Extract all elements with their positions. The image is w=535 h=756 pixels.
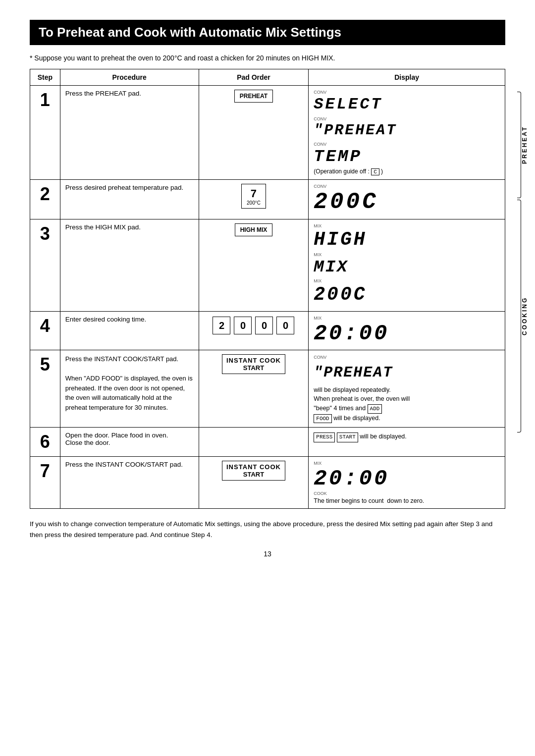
procedure-cell: Press the INSTANT COOK/START pad.: [60, 457, 199, 509]
step-number: 3: [30, 219, 60, 312]
table-row: 5 Press the INSTANT COOK/START pad. When…: [30, 350, 505, 428]
display-cell: MIX 20:00: [309, 312, 505, 350]
step-number: 7: [30, 457, 60, 509]
table-row: 6 Open the door. Place food in oven.Clos…: [30, 428, 505, 457]
header-step: Step: [30, 69, 60, 86]
table-row: 2 Press desired preheat temperature pad.…: [30, 180, 505, 219]
page-title: To Preheat and Cook with Automatic Mix S…: [30, 20, 505, 45]
procedure-cell: Press the HIGH MIX pad.: [60, 219, 199, 312]
display-cell: CONV SELECT CONV "PREHEAT CONV TEMP (Ope…: [309, 86, 505, 180]
subtitle: * Suppose you want to preheat the oven t…: [30, 54, 505, 62]
step-number: 2: [30, 180, 60, 219]
header-display: Display: [309, 69, 505, 86]
operation-guide: (Operation guide off : C ): [314, 168, 500, 175]
procedure-cell: Press the PREHEAT pad.: [60, 86, 199, 180]
pad-order-cell: INSTANT COOK START: [199, 350, 309, 428]
pad-order-cell: 7 200°C: [199, 180, 309, 219]
num-pad-0a[interactable]: 0: [234, 317, 252, 334]
pad-order-cell: 2 0 0 0: [199, 312, 309, 350]
step-number: 6: [30, 428, 60, 457]
num-pad-0c[interactable]: 0: [276, 317, 294, 334]
step-number: 5: [30, 350, 60, 428]
display-cell: CONV "PREHEAT will be displayed repeated…: [309, 350, 505, 428]
header-procedure: Procedure: [60, 69, 199, 86]
preheat-pad[interactable]: PREHEAT: [234, 90, 273, 103]
instant-cook-start-pad-5[interactable]: INSTANT COOK START: [222, 354, 285, 374]
step-number: 1: [30, 86, 60, 180]
display-cell: PRESS START will be displayed.: [309, 428, 505, 457]
pad-order-cell: PREHEAT: [199, 86, 309, 180]
table-row: 4 Enter desired cooking time. 2 0 0 0 MI…: [30, 312, 505, 350]
step-number: 4: [30, 312, 60, 350]
pad-order-cell: INSTANT COOK START: [199, 457, 309, 509]
table-row: 1 Press the PREHEAT pad. PREHEAT CONV SE…: [30, 86, 505, 180]
procedure-cell: Press the INSTANT COOK/START pad. When "…: [60, 350, 199, 428]
display-cell: CONV 200C: [309, 180, 505, 219]
procedure-cell: Enter desired cooking time.: [60, 312, 199, 350]
num-pad-2[interactable]: 2: [213, 317, 230, 334]
procedure-cell: Open the door. Place food in oven.Close …: [60, 428, 199, 457]
num-pad-0b[interactable]: 0: [255, 317, 273, 334]
footer-note: If you wish to change convection tempera…: [30, 519, 505, 540]
instant-cook-start-pad-7[interactable]: INSTANT COOK START: [222, 461, 285, 481]
table-row: 7 Press the INSTANT COOK/START pad. INST…: [30, 457, 505, 509]
display-cell: MIX HIGH MIX MIX MIX 200C: [309, 219, 505, 312]
display-cell: MIX 20:00 COOK The timer begins to count…: [309, 457, 505, 509]
header-pad-order: Pad Order: [199, 69, 309, 86]
table-row: 3 Press the HIGH MIX pad. HIGH MIX MIX H…: [30, 219, 505, 312]
pad-order-cell: HIGH MIX: [199, 219, 309, 312]
page-number: 13: [30, 550, 505, 558]
cooking-label: COOKING: [521, 200, 530, 432]
preheat-label: PREHEAT: [521, 92, 530, 198]
procedure-cell: Press desired preheat temperature pad.: [60, 180, 199, 219]
high-mix-pad[interactable]: HIGH MIX: [235, 223, 273, 236]
pad-order-cell: [199, 428, 309, 457]
